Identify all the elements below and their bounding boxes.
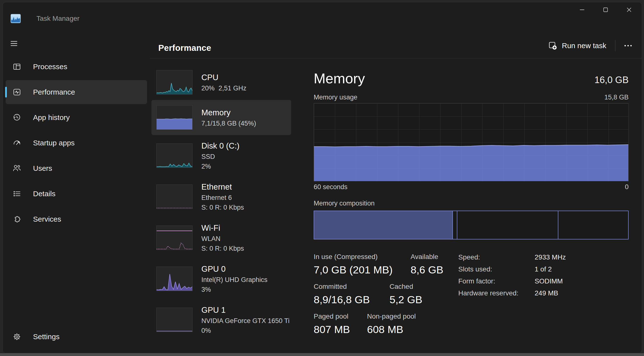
stat-in-use: In use (Compressed) 7,0 GB (201 MB) — [314, 253, 410, 276]
wifi-sparkline — [156, 225, 192, 250]
more-options-button[interactable] — [621, 40, 636, 51]
stat-committed: Committed 8,9/16,8 GB — [314, 282, 390, 306]
stat-available: Available 8,6 GB — [410, 253, 443, 276]
stat-cached: Cached 5,2 GB — [390, 282, 422, 306]
sidebar-item-label: Startup apps — [33, 139, 75, 147]
perf-item-title: Wi-Fi — [201, 223, 244, 233]
perf-item-text: Memory 7,1/15,8 GB (45%) — [201, 107, 256, 128]
run-new-task-icon — [548, 41, 558, 50]
gpu0-name: Intel(R) UHD Graphics — [201, 275, 268, 284]
sidebar: Processes Performance App history S — [3, 2, 150, 353]
task-manager-window: Task Manager Processes — [2, 2, 642, 353]
maximize-button[interactable] — [594, 3, 617, 17]
perf-item-title: GPU 0 — [201, 264, 268, 274]
ethernet-adapter: Ethernet 6 — [201, 193, 244, 202]
y-axis-max-label: 15,8 GB — [604, 94, 628, 101]
sidebar-item-services[interactable]: Services — [6, 207, 147, 231]
sidebar-item-processes[interactable]: Processes — [6, 55, 147, 79]
sidebar-item-settings[interactable]: Settings — [6, 325, 147, 349]
perf-item-memory[interactable]: Memory 7,1/15,8 GB (45%) — [152, 100, 291, 135]
stat-paged-pool: Paged pool 807 MB — [314, 312, 367, 336]
composition-segment-in-use — [314, 211, 453, 239]
sidebar-item-app-history[interactable]: App history — [6, 106, 147, 130]
perf-item-gpu1[interactable]: GPU 1 NVIDIA GeForce GTX 1650 Ti 0% — [152, 299, 291, 340]
perf-item-cpu[interactable]: CPU 20% 2,51 GHz — [152, 65, 291, 100]
stat-label: Non-paged pool — [367, 312, 416, 321]
stat-label: In use (Compressed) — [314, 253, 410, 261]
stat-label: Available — [410, 253, 443, 261]
memory-usage-summary: 7,1/15,8 GB (45%) — [201, 119, 256, 128]
x-axis-right-label: 0 — [625, 183, 628, 191]
processes-icon — [12, 62, 22, 72]
usage-axis-row: Memory usage 15,8 GB — [314, 94, 628, 101]
taskbar-strip — [0, 353, 644, 356]
info-value: 2933 MHz — [535, 253, 566, 261]
stat-value: 7,0 GB (201 MB) — [314, 263, 410, 276]
stat-non-paged-pool: Non-paged pool 608 MB — [367, 312, 416, 336]
perf-item-text: Disk 0 (C:) SSD 2% — [201, 141, 240, 171]
perf-item-disk0[interactable]: Disk 0 (C:) SSD 2% — [152, 135, 291, 176]
sidebar-item-label: App history — [33, 113, 70, 122]
stat-value: 8,9/16,8 GB — [314, 293, 390, 306]
content-area: Performance Run new task — [150, 2, 642, 353]
sidebar-item-users[interactable]: Users — [6, 156, 147, 180]
info-value: SODIMM — [535, 277, 563, 285]
minimize-button[interactable] — [570, 3, 594, 17]
cpu-sparkline — [156, 70, 192, 95]
sidebar-item-label: Users — [33, 164, 52, 173]
sidebar-item-label: Processes — [33, 63, 67, 71]
menu-toggle-button[interactable] — [8, 38, 20, 49]
sidebar-item-startup-apps[interactable]: Startup apps — [6, 131, 147, 155]
wifi-adapter: WLAN — [201, 234, 244, 243]
page-header: Performance Run new task — [150, 2, 642, 58]
settings-gear-icon — [12, 332, 22, 342]
x-axis-row: 60 seconds 0 — [314, 183, 628, 191]
info-label: Speed: — [458, 253, 535, 261]
perf-item-text: Ethernet Ethernet 6 S: 0 R: 0 Kbps — [201, 181, 244, 212]
perf-item-sub: 20% 2,51 GHz — [201, 84, 246, 93]
disk-sparkline — [156, 144, 192, 168]
close-icon — [626, 6, 632, 13]
run-new-task-button[interactable]: Run new task — [545, 39, 610, 53]
detail-header: Memory 16,0 GB — [314, 71, 628, 86]
info-label: Hardware reserved: — [458, 289, 535, 297]
stat-value: 807 MB — [314, 323, 367, 336]
window-title: Task Manager — [36, 15, 80, 22]
sidebar-item-label: Performance — [33, 88, 75, 96]
perf-item-text: Wi-Fi WLAN S: 0 R: 0 Kbps — [201, 223, 244, 253]
perf-item-title: Ethernet — [201, 181, 244, 192]
info-slots-used: Slots used: 1 of 2 — [458, 265, 566, 273]
perf-item-ethernet[interactable]: Ethernet Ethernet 6 S: 0 R: 0 Kbps — [152, 176, 291, 217]
hamburger-icon — [10, 39, 18, 48]
memory-composition-bar[interactable] — [314, 211, 628, 239]
stat-value: 8,6 GB — [410, 263, 443, 276]
perf-item-wifi[interactable]: Wi-Fi WLAN S: 0 R: 0 Kbps — [152, 217, 291, 258]
info-form-factor: Form factor: SODIMM — [458, 277, 566, 285]
caption-buttons — [570, 3, 641, 17]
run-new-task-label: Run new task — [562, 41, 606, 50]
performance-resource-list: CPU 20% 2,51 GHz Memory 7,1/15,8 GB (45%… — [150, 58, 293, 353]
users-icon — [12, 164, 22, 173]
stats-row: Paged pool 807 MB Non-paged pool 608 MB — [314, 312, 628, 336]
close-button[interactable] — [617, 3, 641, 17]
sidebar-item-label: Settings — [33, 333, 60, 341]
stat-label: Committed — [314, 282, 390, 291]
sidebar-item-performance[interactable]: Performance — [6, 80, 147, 104]
info-label: Form factor: — [458, 277, 535, 285]
disk-type: SSD — [201, 152, 240, 161]
sidebar-item-details[interactable]: Details — [6, 182, 147, 206]
gpu0-sparkline — [156, 267, 192, 291]
info-hardware-reserved: Hardware reserved: 249 MB — [458, 289, 566, 297]
wifi-throughput: S: 0 R: 0 Kbps — [201, 244, 244, 253]
stat-label: Cached — [390, 282, 422, 291]
cpu-frequency: 2,51 GHz — [218, 84, 246, 93]
desktop-background: { "window": { "title": "Task Manager", "… — [0, 0, 644, 356]
minimize-icon — [579, 6, 586, 13]
memory-detail-pane: Memory 16,0 GB Memory usage 15,8 GB 60 s… — [293, 58, 642, 353]
disk-percent: 2% — [201, 162, 240, 171]
detail-title: Memory — [314, 71, 365, 86]
perf-item-gpu0[interactable]: GPU 0 Intel(R) UHD Graphics 3% — [152, 258, 291, 299]
perf-item-title: Disk 0 (C:) — [201, 141, 240, 151]
stat-value: 608 MB — [367, 323, 416, 336]
ellipsis-icon — [623, 41, 634, 50]
